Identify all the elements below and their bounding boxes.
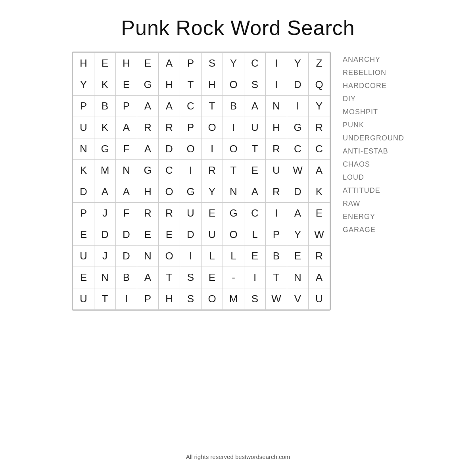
cell-10-6: E xyxy=(202,267,223,288)
cell-4-2: F xyxy=(116,138,137,160)
cell-6-8: A xyxy=(244,181,266,203)
cell-11-10: V xyxy=(287,288,309,310)
cell-9-10: E xyxy=(287,246,309,267)
cell-5-7: T xyxy=(223,160,244,181)
cell-1-6: H xyxy=(202,74,223,96)
cell-11-11: U xyxy=(309,288,330,310)
cell-1-0: Y xyxy=(73,74,94,96)
cell-4-11: C xyxy=(309,138,330,160)
cell-2-9: N xyxy=(266,96,287,117)
cell-1-5: T xyxy=(180,74,202,96)
cell-8-2: D xyxy=(116,224,137,246)
cell-4-8: T xyxy=(244,138,266,160)
cell-4-4: D xyxy=(159,138,180,160)
cell-11-0: U xyxy=(73,288,94,310)
cell-3-0: U xyxy=(73,117,94,138)
cell-4-9: R xyxy=(266,138,287,160)
cell-7-10: A xyxy=(287,203,309,224)
cell-1-3: G xyxy=(137,74,159,96)
cell-2-1: B xyxy=(94,96,116,117)
cell-2-0: P xyxy=(73,96,94,117)
word-list: ANARCHYREBELLIONHARDCOREDIYMOSHPITPUNKUN… xyxy=(343,52,404,234)
grid-table: HEHEAPSYCIYZYKEGHTHOSIDQPBPAACTBANIYUKAR… xyxy=(73,52,330,310)
cell-6-10: D xyxy=(287,181,309,203)
cell-0-1: E xyxy=(94,53,116,74)
cell-4-0: N xyxy=(73,138,94,160)
cell-7-9: I xyxy=(266,203,287,224)
cell-9-0: U xyxy=(73,246,94,267)
cell-1-4: H xyxy=(159,74,180,96)
cell-7-2: F xyxy=(116,203,137,224)
cell-8-6: U xyxy=(202,224,223,246)
cell-10-1: N xyxy=(94,267,116,288)
cell-0-3: E xyxy=(137,53,159,74)
cell-8-7: O xyxy=(223,224,244,246)
cell-6-2: A xyxy=(116,181,137,203)
cell-1-11: Q xyxy=(309,74,330,96)
cell-10-7: - xyxy=(223,267,244,288)
cell-10-0: E xyxy=(73,267,94,288)
word-item: HARDCORE xyxy=(343,82,404,90)
cell-5-4: C xyxy=(159,160,180,181)
cell-10-2: B xyxy=(116,267,137,288)
word-item: ENERGY xyxy=(343,213,404,221)
cell-3-9: H xyxy=(266,117,287,138)
word-item: GARAGE xyxy=(343,226,404,234)
cell-0-9: I xyxy=(266,53,287,74)
cell-9-2: D xyxy=(116,246,137,267)
cell-9-3: N xyxy=(137,246,159,267)
cell-11-6: O xyxy=(202,288,223,310)
cell-1-10: D xyxy=(287,74,309,96)
cell-5-6: R xyxy=(202,160,223,181)
cell-8-4: E xyxy=(159,224,180,246)
word-item: ATTITUDE xyxy=(343,186,404,195)
cell-8-5: D xyxy=(180,224,202,246)
cell-3-4: R xyxy=(159,117,180,138)
cell-8-0: E xyxy=(73,224,94,246)
cell-8-8: L xyxy=(244,224,266,246)
cell-5-8: E xyxy=(244,160,266,181)
cell-5-1: M xyxy=(94,160,116,181)
word-item: REBELLION xyxy=(343,69,404,77)
cell-1-1: K xyxy=(94,74,116,96)
cell-1-8: S xyxy=(244,74,266,96)
cell-3-7: I xyxy=(223,117,244,138)
cell-6-4: O xyxy=(159,181,180,203)
cell-3-8: U xyxy=(244,117,266,138)
word-item: ANTI-ESTAB xyxy=(343,147,404,155)
cell-10-3: A xyxy=(137,267,159,288)
cell-1-2: E xyxy=(116,74,137,96)
cell-0-7: Y xyxy=(223,53,244,74)
word-item: MOSHPIT xyxy=(343,108,404,116)
cell-0-2: H xyxy=(116,53,137,74)
cell-10-11: A xyxy=(309,267,330,288)
cell-6-3: H xyxy=(137,181,159,203)
cell-8-9: P xyxy=(266,224,287,246)
cell-0-8: C xyxy=(244,53,266,74)
cell-6-7: N xyxy=(223,181,244,203)
cell-11-1: T xyxy=(94,288,116,310)
cell-5-9: U xyxy=(266,160,287,181)
cell-6-11: K xyxy=(309,181,330,203)
cell-2-2: P xyxy=(116,96,137,117)
cell-5-11: A xyxy=(309,160,330,181)
cell-11-5: S xyxy=(180,288,202,310)
cell-2-10: I xyxy=(287,96,309,117)
cell-7-3: R xyxy=(137,203,159,224)
cell-11-9: W xyxy=(266,288,287,310)
cell-6-1: A xyxy=(94,181,116,203)
cell-10-10: N xyxy=(287,267,309,288)
cell-2-7: B xyxy=(223,96,244,117)
cell-3-5: P xyxy=(180,117,202,138)
cell-9-5: I xyxy=(180,246,202,267)
cell-8-1: D xyxy=(94,224,116,246)
cell-9-1: J xyxy=(94,246,116,267)
cell-9-9: B xyxy=(266,246,287,267)
cell-2-11: Y xyxy=(309,96,330,117)
cell-3-2: A xyxy=(116,117,137,138)
cell-6-0: D xyxy=(73,181,94,203)
cell-4-10: C xyxy=(287,138,309,160)
cell-7-11: E xyxy=(309,203,330,224)
cell-9-4: O xyxy=(159,246,180,267)
cell-3-10: G xyxy=(287,117,309,138)
